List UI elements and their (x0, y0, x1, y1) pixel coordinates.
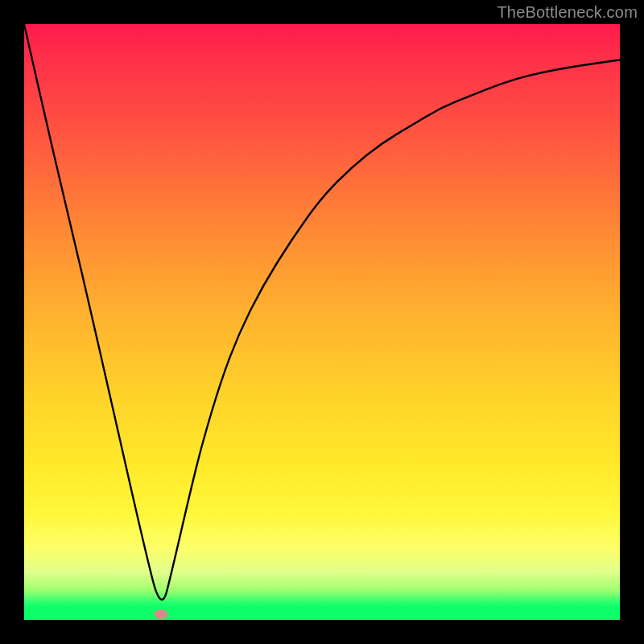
plot-area (24, 24, 620, 620)
bottleneck-curve (24, 24, 620, 620)
optimal-point-marker (155, 609, 168, 619)
chart-frame: TheBottleneck.com (0, 0, 644, 644)
watermark-text: TheBottleneck.com (497, 3, 638, 22)
